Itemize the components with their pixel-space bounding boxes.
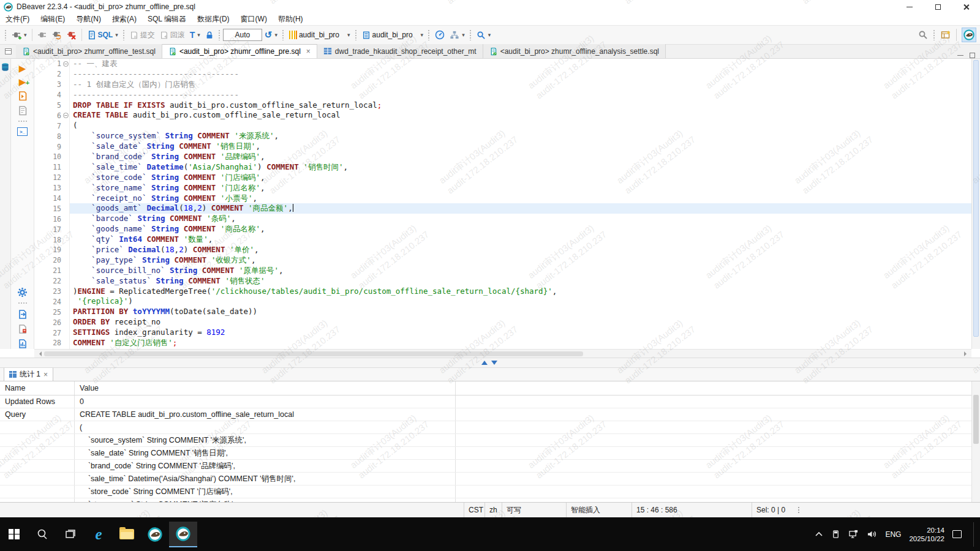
schema-selector[interactable]: audit_bi_pro ▾	[360, 28, 426, 42]
start-button[interactable]	[0, 522, 28, 547]
menu-item-8[interactable]: 帮助(H)	[273, 14, 309, 24]
statistics-tab[interactable]: 统计 1 ×	[4, 368, 53, 381]
file-explorer-button[interactable]	[113, 522, 141, 547]
minimize-button[interactable]	[895, 0, 924, 13]
code-line-5[interactable]: DROP TABLE IF EXISTS audit_bi_pro.custom…	[70, 100, 971, 111]
dropdown-icon[interactable]: ▾	[462, 32, 465, 38]
code-line-1[interactable]: -- 一、建表	[70, 59, 971, 69]
cluster-button[interactable]: ▾	[447, 28, 467, 42]
open-console-button[interactable]: >_	[17, 127, 28, 136]
dropdown-icon[interactable]: ▾	[24, 32, 27, 38]
editor-tab-2[interactable]: <audit_bi_pro> zhumr_offline_pre.sql×	[162, 44, 317, 58]
code-line-27[interactable]: SETTINGS index_granularity = 8192	[70, 328, 971, 338]
code-line-17[interactable]: `goods_name` String COMMENT '商品名称',	[70, 224, 971, 234]
results-row[interactable]: `brand_code` String COMMENT '品牌编码',	[0, 460, 980, 473]
menu-item-6[interactable]: 数据库(D)	[192, 14, 235, 24]
scrollbar-thumb[interactable]	[973, 395, 979, 444]
close-button[interactable]	[952, 0, 980, 13]
execute-script-button[interactable]	[18, 91, 28, 101]
dropdown-icon[interactable]: ▾	[488, 32, 491, 38]
code-line-10[interactable]: `brand_code` String COMMENT '品牌编码',	[70, 152, 971, 162]
code-line-13[interactable]: `store_name` String COMMENT '门店名称',	[70, 183, 971, 193]
code-line-11[interactable]: `sale_time` Datetime('Asia/Shanghai') CO…	[70, 162, 971, 173]
collapse-down-icon[interactable]	[491, 361, 497, 365]
code-line-28[interactable]: COMMENT '自定义门店销售';	[70, 338, 971, 348]
dashboard-button[interactable]	[432, 28, 447, 42]
code-line-12[interactable]: `store_code` String COMMENT '门店编码',	[70, 173, 971, 183]
dropdown-icon[interactable]: ▾	[421, 32, 424, 38]
results-row[interactable]: Updated Rows0	[0, 395, 980, 408]
volume-icon[interactable]	[867, 530, 877, 539]
panel-splitter[interactable]	[0, 358, 980, 368]
menu-item-5[interactable]: SQL 编辑器	[142, 14, 192, 24]
code-line-9[interactable]: `sale_date` String COMMENT '销售日期',	[70, 141, 971, 152]
editor-tab-4[interactable]: <audit_bi_pro> zhumr_offline_analysis_se…	[483, 44, 666, 58]
code-line-19[interactable]: `price` Decimal(18,2) COMMENT '单价',	[70, 245, 971, 255]
usb-device-icon[interactable]	[831, 530, 840, 539]
close-tab-icon[interactable]: ×	[43, 370, 48, 379]
code-line-4[interactable]: ------------------------------------	[70, 90, 971, 100]
dropdown-icon[interactable]: ▾	[274, 32, 277, 38]
code-line-7[interactable]: (	[70, 121, 971, 131]
editor-vertical-scrollbar[interactable]	[971, 59, 980, 349]
code-line-18[interactable]: `qty` Int64 COMMENT '数量',	[70, 234, 971, 245]
maximize-button[interactable]	[924, 0, 952, 13]
scrollbar-thumb[interactable]	[44, 351, 583, 356]
editor-horizontal-scrollbar[interactable]	[34, 349, 971, 358]
commit-button[interactable]: 提交	[127, 28, 157, 42]
catalog-selector[interactable]: audit_bi_pro ▾	[287, 28, 353, 42]
menu-item-1[interactable]: 文件(F)	[0, 14, 35, 24]
scroll-right-icon[interactable]	[964, 351, 969, 356]
code-line-8[interactable]: `source_system` String COMMENT '来源系统',	[70, 131, 971, 141]
language-indicator[interactable]: ENG	[885, 530, 901, 539]
action-center-icon[interactable]	[952, 530, 962, 538]
splitter-handle[interactable]	[481, 361, 497, 365]
code-line-23[interactable]: )ENGINE = ReplicatedMergeTree('/clickhou…	[70, 287, 971, 297]
scrollbar-thumb[interactable]	[973, 60, 979, 337]
code-line-15[interactable]: `goods_amt` Decimal(18,2) COMMENT '商品金额'…	[70, 203, 971, 214]
show-desktop-divider[interactable]	[973, 522, 974, 547]
dbeaver-taskbar-button[interactable]	[141, 522, 169, 547]
reconnect-button[interactable]	[50, 28, 64, 42]
disconnect-button[interactable]	[64, 28, 79, 42]
editor-tab-3[interactable]: dwd_trade_hkaudit_shop_receipt_other_mt	[317, 44, 483, 58]
results-row[interactable]: `source_system` String COMMENT '来源系统',	[0, 434, 980, 447]
tray-expand-icon[interactable]	[815, 531, 823, 538]
results-row[interactable]: `store_code` String COMMENT '门店编码',	[0, 485, 980, 498]
code-line-16[interactable]: `barcode` String COMMENT '条码',	[70, 214, 971, 224]
perspective-icon[interactable]	[941, 30, 951, 40]
code-line-25[interactable]: PARTITION BY toYYYYMM(toDate(sale_date))	[70, 307, 971, 317]
minimize-view-button[interactable]	[957, 55, 963, 56]
taskbar-search-button[interactable]	[28, 522, 56, 547]
fold-toggle-icon[interactable]	[63, 61, 69, 67]
statistics-button[interactable]	[18, 339, 28, 349]
results-row[interactable]: (	[0, 421, 980, 434]
results-row[interactable]: `sale_time` Datetime('Asia/Shanghai') CO…	[0, 473, 980, 485]
rollback-button[interactable]: 回滚	[157, 28, 187, 42]
search-objects-button[interactable]: ▾	[474, 28, 494, 42]
editor-settings-button[interactable]	[17, 287, 28, 298]
dropdown-icon[interactable]: ▾	[347, 32, 350, 38]
menu-item-7[interactable]: 窗口(W)	[235, 14, 273, 24]
results-vertical-scrollbar[interactable]	[971, 381, 980, 502]
code-line-22[interactable]: `sale_status` String COMMENT '销售状态'	[70, 276, 971, 287]
commit-mode-select[interactable]: Auto	[223, 29, 262, 41]
code-line-2[interactable]: ------------------------------------	[70, 69, 971, 80]
dropdown-icon[interactable]: ▾	[115, 32, 118, 38]
results-row[interactable]: QueryCREATE TABLE audit_bi_pro.custom_of…	[0, 408, 980, 421]
network-icon[interactable]	[848, 530, 859, 539]
dbeaver-taskbar-button-active[interactable]	[169, 522, 197, 547]
dropdown-icon[interactable]: ▾	[197, 32, 200, 38]
collapse-up-icon[interactable]	[481, 361, 488, 365]
connect-button[interactable]	[35, 28, 50, 42]
editor-tab-1[interactable]: <audit_bi_pro> zhumr_offline_test.sql	[16, 44, 162, 58]
save-file-button[interactable]	[18, 324, 28, 334]
lock-button[interactable]	[203, 28, 216, 42]
code-line-24[interactable]: '{replica}')	[70, 296, 971, 307]
status-overflow-icon[interactable]	[793, 507, 804, 513]
sql-editor-button[interactable]: SQL ▾	[85, 28, 121, 42]
transaction-mode-button[interactable]: T ▾	[187, 28, 203, 42]
database-navigator-icon[interactable]	[1, 62, 10, 72]
execute-sql-button[interactable]: ▶	[19, 64, 26, 73]
code-line-3[interactable]: -- 1 创建自定义（国内）门店销售	[70, 80, 971, 90]
